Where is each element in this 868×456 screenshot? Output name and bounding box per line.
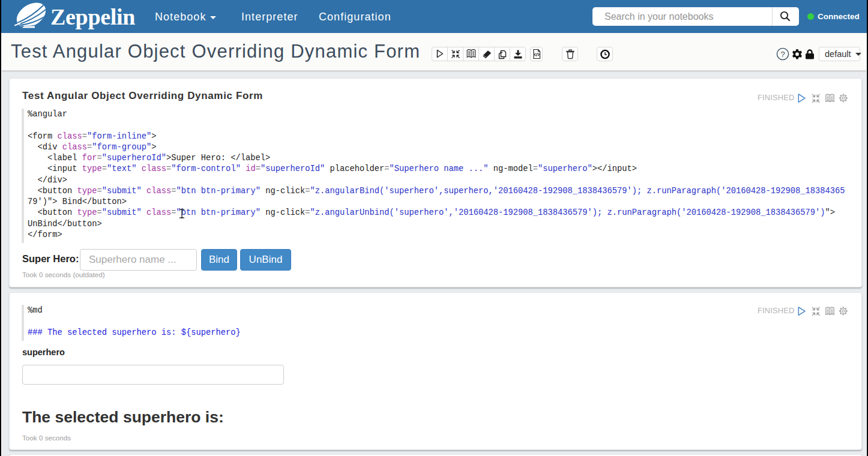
svg-text:?: ?	[780, 50, 785, 59]
